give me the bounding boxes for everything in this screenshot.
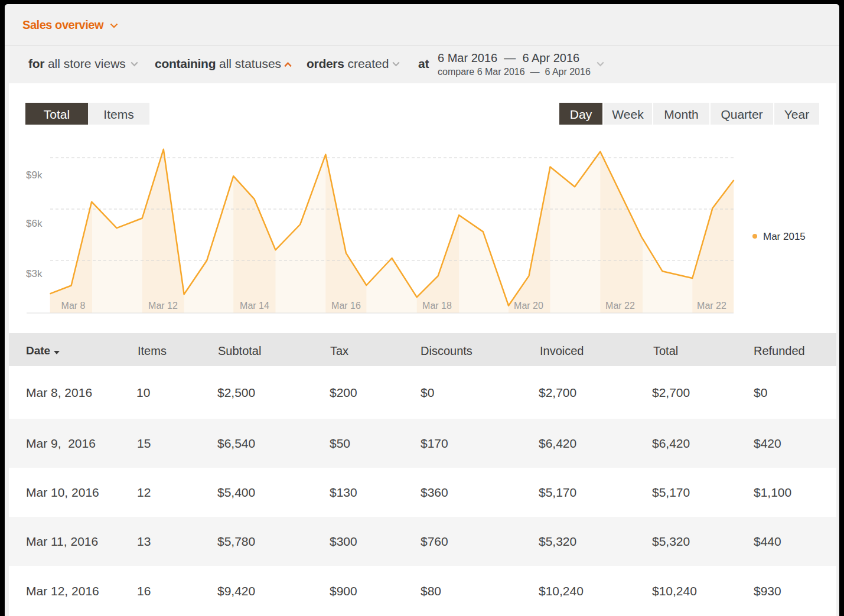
svg-text:Mar 12: Mar 12 bbox=[148, 301, 178, 311]
svg-text:Mar 18: Mar 18 bbox=[422, 301, 452, 311]
svg-text:Mar 22: Mar 22 bbox=[697, 301, 726, 311]
svg-text:$9k: $9k bbox=[26, 170, 43, 181]
svg-text:$3k: $3k bbox=[26, 268, 43, 279]
svg-text:Mar 16: Mar 16 bbox=[331, 301, 361, 311]
svg-text:Mar 22: Mar 22 bbox=[605, 301, 635, 311]
svg-text:Mar 20: Mar 20 bbox=[514, 301, 543, 311]
svg-text:Mar 8: Mar 8 bbox=[61, 301, 86, 311]
svg-text:$6k: $6k bbox=[26, 218, 43, 229]
svg-text:Mar 14: Mar 14 bbox=[240, 301, 269, 311]
